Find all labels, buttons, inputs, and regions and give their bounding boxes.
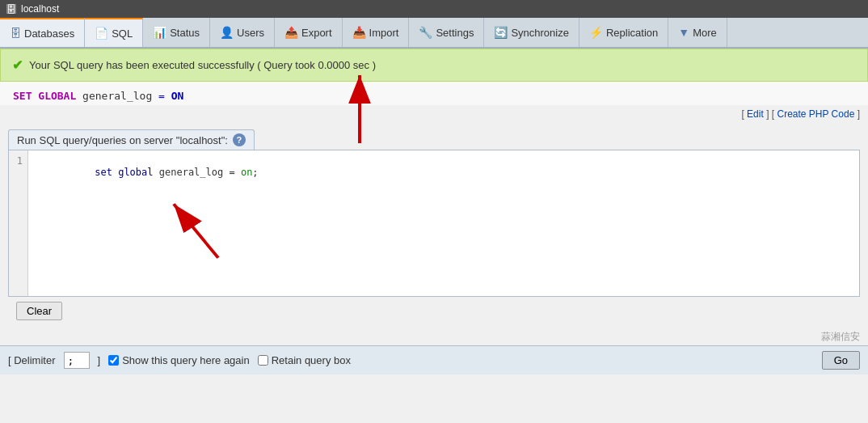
retain-query-checkbox[interactable] <box>258 355 268 366</box>
line-number-1: 1 <box>14 155 23 167</box>
synchronize-icon: 🔄 <box>494 26 508 39</box>
tab-users[interactable]: 👤 Users <box>210 18 275 47</box>
tab-settings[interactable]: 🔧 Settings <box>409 18 484 47</box>
sql-label-text: Run SQL query/queries on server "localho… <box>17 134 228 146</box>
more-icon: ▼ <box>678 26 689 39</box>
clear-button[interactable]: Clear <box>16 302 62 320</box>
show-query-label: Show this query here again <box>122 354 250 366</box>
code-semi: ; <box>252 167 258 178</box>
code-content[interactable]: set global general_log = on; <box>28 150 859 296</box>
app-icon: 🗄 <box>6 4 16 14</box>
retain-query-checkbox-label[interactable]: Retain query box <box>258 354 351 366</box>
show-query-checkbox-label[interactable]: Show this query here again <box>108 354 250 366</box>
code-eq: = <box>229 167 240 178</box>
equals-sign: = <box>158 90 165 102</box>
line-numbers: 1 <box>9 150 28 296</box>
query-text: SET GLOBAL general_log = ON <box>13 90 183 102</box>
sql-box-label: Run SQL query/queries on server "localho… <box>8 129 255 150</box>
edit-link[interactable]: Edit <box>747 108 764 120</box>
main-wrapper: 🗄 localhost 🗄 Databases 📄 SQL 📊 Status 👤… <box>0 0 868 374</box>
code-onval: on <box>241 167 252 178</box>
tab-status-label: Status <box>170 27 200 39</box>
sql-icon: 📄 <box>95 27 108 40</box>
global-keyword: GLOBAL <box>38 90 76 102</box>
clear-button-wrapper: Clear <box>8 297 860 325</box>
tab-sql-label: SQL <box>112 27 133 40</box>
success-message: Your SQL query has been executed success… <box>29 59 376 71</box>
bottom-bar: [ Delimiter ] Show this query here again… <box>0 345 868 374</box>
show-query-checkbox[interactable] <box>108 355 119 366</box>
tab-databases-label: Databases <box>24 27 74 40</box>
code-editor-inner: 1 set global general_log = on; <box>9 150 859 296</box>
delimiter-label: [ Delimiter <box>8 354 56 366</box>
tab-export-label: Export <box>301 27 332 39</box>
code-varname: general_log <box>154 167 230 178</box>
watermark-area: 蒜湘信安 <box>0 328 868 345</box>
tab-users-label: Users <box>237 27 264 39</box>
query-display: SET GLOBAL general_log = ON <box>0 82 868 105</box>
import-icon: 📥 <box>352 26 366 39</box>
watermark-text: 蒜湘信安 <box>821 331 860 342</box>
help-icon[interactable]: ? <box>233 133 246 146</box>
bracket-close: ] <box>857 108 860 120</box>
success-bar: ✔ Your SQL query has been executed succe… <box>0 49 868 82</box>
export-icon: 📤 <box>284 26 298 39</box>
tab-import[interactable]: 📥 Import <box>343 18 410 47</box>
code-editor: 1 set global general_log = on; <box>8 150 860 297</box>
tab-synchronize[interactable]: 🔄 Synchronize <box>484 18 579 47</box>
tab-settings-label: Settings <box>436 27 474 39</box>
settings-icon: 🔧 <box>419 26 432 39</box>
tab-export[interactable]: 📤 Export <box>275 18 343 47</box>
retain-label: Retain query box <box>272 354 351 366</box>
sql-section: Run SQL query/queries on server "localho… <box>0 123 868 328</box>
tab-more-label: More <box>693 27 717 39</box>
edit-links: [ Edit ] [ Create PHP Code ] <box>0 105 868 123</box>
tab-status[interactable]: 📊 Status <box>143 18 210 47</box>
success-icon: ✔ <box>12 57 23 73</box>
replication-icon: ⚡ <box>589 26 603 39</box>
tab-import-label: Import <box>369 27 399 39</box>
on-keyword: ON <box>171 90 184 102</box>
titlebar: 🗄 localhost <box>0 0 868 18</box>
navbar: 🗄 Databases 📄 SQL 📊 Status 👤 Users 📤 Exp… <box>0 18 868 49</box>
code-global: global <box>118 167 153 178</box>
status-icon: 📊 <box>153 26 166 39</box>
delimiter-close: ] <box>98 354 101 366</box>
code-set: set <box>95 167 112 178</box>
databases-icon: 🗄 <box>10 27 21 40</box>
go-button[interactable]: Go <box>822 351 860 370</box>
create-php-link[interactable]: Create PHP Code <box>777 108 854 120</box>
separator: ] [ <box>766 108 777 120</box>
delimiter-input[interactable] <box>64 352 90 369</box>
users-icon: 👤 <box>220 26 234 39</box>
tab-synchronize-label: Synchronize <box>511 27 569 39</box>
tab-databases[interactable]: 🗄 Databases <box>0 18 85 47</box>
tab-sql[interactable]: 📄 SQL <box>85 18 143 47</box>
tab-replication[interactable]: ⚡ Replication <box>579 18 668 47</box>
tab-more[interactable]: ▼ More <box>668 18 727 47</box>
titlebar-text: localhost <box>21 3 59 15</box>
query-variable: general_log <box>82 90 158 102</box>
set-keyword: SET <box>13 90 32 102</box>
tab-replication-label: Replication <box>606 27 658 39</box>
